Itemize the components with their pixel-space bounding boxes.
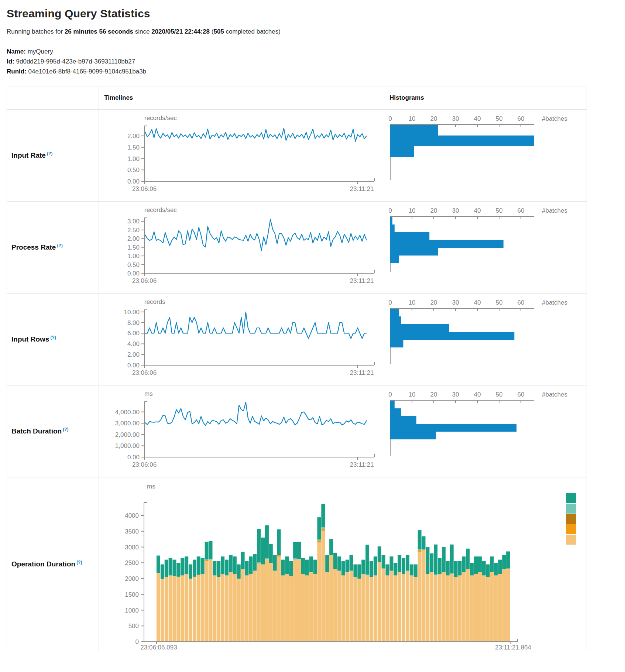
input-rows-histogram-chart: 0102030405060#batches <box>384 294 587 385</box>
svg-text:20: 20 <box>430 207 437 214</box>
svg-text:20: 20 <box>430 391 437 398</box>
running-batches-summary: Running batches for 26 minutes 56 second… <box>7 28 625 35</box>
svg-text:1.00: 1.00 <box>127 253 140 260</box>
summary-prefix: Running batches for <box>7 28 65 35</box>
svg-text:500: 500 <box>128 623 139 630</box>
help-icon[interactable]: (?) <box>50 335 56 340</box>
start-timestamp: 2020/05/21 22:44:28 <box>151 28 210 35</box>
svg-text:1.50: 1.50 <box>127 144 140 151</box>
process-rate-label-cell: Process Rate(?) <box>7 202 99 294</box>
row-label: Batch Duration <box>11 428 62 435</box>
svg-text:40: 40 <box>474 207 481 214</box>
svg-text:#batches: #batches <box>542 391 567 398</box>
svg-text:ms: ms <box>147 483 155 490</box>
svg-text:10: 10 <box>409 207 416 214</box>
svg-text:0.50: 0.50 <box>127 167 140 174</box>
svg-text:1.50: 1.50 <box>127 244 140 251</box>
svg-text:3500: 3500 <box>125 528 139 535</box>
svg-text:#batches: #batches <box>542 299 567 306</box>
svg-text:23:11:21: 23:11:21 <box>350 277 374 284</box>
input-rate-timeline-cell: records/sec2.001.501.000.500.0023:06:062… <box>99 110 384 202</box>
input-rows-label-cell: Input Rows(?) <box>7 294 99 385</box>
svg-text:2,000.00: 2,000.00 <box>115 431 140 438</box>
query-metadata: Name: myQuery Id: 9d0dd219-995d-423e-b97… <box>7 47 625 76</box>
batch-duration-histogram-cell: 0102030405060#batches <box>384 385 587 477</box>
svg-text:50: 50 <box>496 207 503 214</box>
table-row: Input Rows(?) records10.008.006.004.002.… <box>7 294 587 385</box>
svg-text:3,000.00: 3,000.00 <box>115 420 140 427</box>
svg-text:0: 0 <box>388 115 392 122</box>
svg-text:0.00: 0.00 <box>127 454 140 461</box>
batch-duration-label-cell: Batch Duration(?) <box>7 385 99 477</box>
empty-header-cell <box>7 86 99 110</box>
help-icon[interactable]: (?) <box>57 243 62 248</box>
svg-text:2.00: 2.00 <box>127 351 140 358</box>
svg-text:20: 20 <box>430 299 437 306</box>
svg-text:30: 30 <box>452 115 459 122</box>
svg-text:6.00: 6.00 <box>127 330 140 337</box>
timelines-header: Timelines <box>99 86 384 110</box>
help-icon[interactable]: (?) <box>47 151 52 156</box>
svg-text:1.00: 1.00 <box>127 155 140 162</box>
svg-text:4000: 4000 <box>125 512 139 519</box>
svg-text:10: 10 <box>409 299 416 306</box>
svg-text:10: 10 <box>409 115 416 122</box>
paren-open: ( <box>210 28 213 35</box>
svg-text:#batches: #batches <box>542 207 567 214</box>
svg-text:1,000.00: 1,000.00 <box>115 442 140 449</box>
process-rate-histogram-chart: 0102030405060#batches <box>384 202 587 293</box>
svg-text:40: 40 <box>474 115 481 122</box>
query-runid-line: RunId: 04e101e6-8bf8-4165-9099-9104c951b… <box>7 66 625 76</box>
summary-mid: since <box>133 28 151 35</box>
svg-text:0.00: 0.00 <box>127 270 140 277</box>
svg-text:0: 0 <box>388 391 392 398</box>
input-rows-timeline-cell: records10.008.006.004.002.000.0023:06:06… <box>99 294 384 385</box>
svg-text:30: 30 <box>452 207 459 214</box>
operation-duration-cell: ms4000350030002500200015001000500023:06:… <box>99 477 587 651</box>
svg-text:4.00: 4.00 <box>127 340 140 347</box>
svg-text:60: 60 <box>518 115 525 122</box>
svg-text:2000: 2000 <box>125 575 139 582</box>
help-icon[interactable]: (?) <box>76 560 82 565</box>
svg-text:#batches: #batches <box>542 115 567 122</box>
svg-text:23:11:21: 23:11:21 <box>350 369 374 376</box>
statistics-table: Timelines Histograms Input Rate(?) recor… <box>7 86 587 651</box>
svg-text:23:06:06: 23:06:06 <box>132 277 157 284</box>
table-header-row: Timelines Histograms <box>7 86 587 110</box>
table-row: Batch Duration(?) ms4,000.003,000.002,00… <box>7 385 587 477</box>
operation-legend <box>566 493 576 545</box>
operation-duration-label-cell: Operation Duration(?) <box>7 477 99 651</box>
svg-text:0: 0 <box>135 638 139 645</box>
process-rate-histogram-cell: 0102030405060#batches <box>384 202 587 294</box>
svg-text:records/sec: records/sec <box>144 206 177 213</box>
svg-text:50: 50 <box>496 299 503 306</box>
svg-text:60: 60 <box>518 391 525 398</box>
svg-text:23:11:21: 23:11:21 <box>350 461 374 468</box>
svg-text:4,000.00: 4,000.00 <box>115 409 140 416</box>
svg-text:8.00: 8.00 <box>127 319 140 326</box>
svg-text:0.50: 0.50 <box>127 261 140 268</box>
input-rate-label-cell: Input Rate(?) <box>7 110 99 202</box>
svg-text:23:11:21: 23:11:21 <box>350 185 374 192</box>
process-rate-timeline-chart: records/sec3.002.502.001.501.000.500.002… <box>99 202 384 293</box>
svg-text:2.00: 2.00 <box>127 235 140 242</box>
operation-duration-chart: ms4000350030002500200015001000500023:06:… <box>99 477 587 651</box>
svg-text:23:06:06.093: 23:06:06.093 <box>141 644 177 651</box>
row-label: Input Rows <box>11 336 49 343</box>
input-rows-timeline-chart: records10.008.006.004.002.000.0023:06:06… <box>99 294 384 385</box>
svg-text:30: 30 <box>452 299 459 306</box>
runid-label: RunId: <box>7 68 27 75</box>
page-title: Streaming Query Statistics <box>7 7 625 20</box>
svg-text:0: 0 <box>388 207 392 214</box>
table-row: Process Rate(?) records/sec3.002.502.001… <box>7 202 587 294</box>
legend-swatch <box>566 524 576 534</box>
id-value: 9d0dd219-995d-423e-b97d-36931110bb27 <box>16 58 135 65</box>
svg-text:2500: 2500 <box>125 559 139 566</box>
svg-text:23:06:06: 23:06:06 <box>132 369 157 376</box>
svg-text:40: 40 <box>474 391 481 398</box>
running-duration: 26 minutes 56 seconds <box>65 28 133 35</box>
help-icon[interactable]: (?) <box>63 427 68 432</box>
input-rows-histogram-cell: 0102030405060#batches <box>384 294 587 385</box>
query-name-line: Name: myQuery <box>7 47 625 56</box>
name-value: myQuery <box>28 48 53 55</box>
